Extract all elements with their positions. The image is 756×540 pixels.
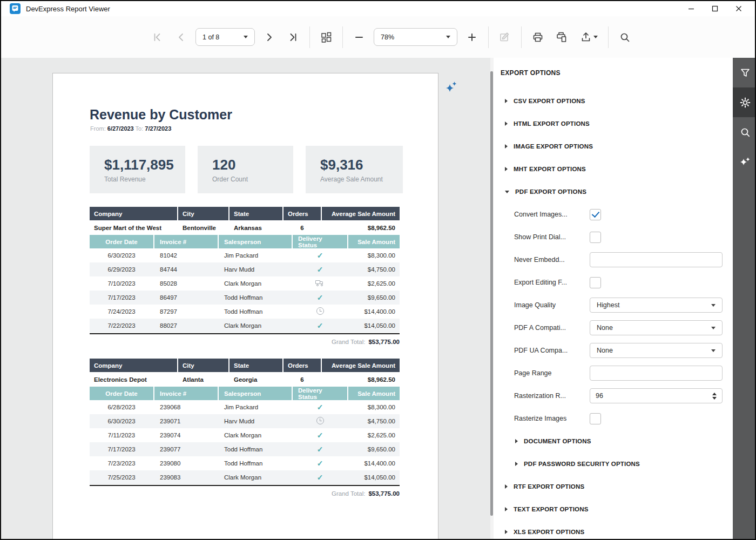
panel-section-header[interactable]: IMAGE EXPORT OPTIONS bbox=[494, 135, 733, 158]
report-date-range: From: 6/27/2023 To: 7/27/2023 bbox=[90, 125, 171, 132]
panel-subsection-label: DOCUMENT OPTIONS bbox=[524, 438, 591, 444]
sale-amount-cell: $8,300.00 bbox=[348, 252, 400, 259]
search-button[interactable] bbox=[616, 28, 634, 46]
bottom-sections: RTF EXPORT OPTIONS TEXT EXPORT OPTIONS X… bbox=[494, 475, 733, 540]
sale-amount-cell: $8,300.00 bbox=[348, 404, 400, 410]
page-number-selector[interactable]: 1 of 8 bbox=[195, 28, 255, 46]
panel-section-label: TEXT EXPORT OPTIONS bbox=[514, 506, 589, 512]
panel-section-label: RTF EXPORT OPTIONS bbox=[514, 483, 584, 490]
column-header: Company bbox=[90, 207, 177, 220]
page-number-value: 1 of 8 bbox=[202, 33, 219, 41]
print-button[interactable] bbox=[529, 28, 547, 46]
field-checkbox[interactable] bbox=[590, 277, 601, 288]
sale-amount-cell: $9,650.00 bbox=[348, 294, 400, 301]
pdf-fields: Convert Images... Show Print Dial... bbox=[494, 203, 733, 430]
spinner-down-icon[interactable] bbox=[712, 397, 717, 400]
salesperson-cell: Clark Morgan bbox=[219, 322, 292, 329]
grand-total-label: Grand Total: bbox=[332, 490, 365, 497]
panel-section-header[interactable]: MHT EXPORT OPTIONS bbox=[494, 158, 733, 180]
previous-page-button[interactable] bbox=[172, 28, 190, 46]
field-label: Page Range bbox=[514, 369, 590, 377]
field-label: Rasterize Images bbox=[514, 415, 590, 422]
delivery-status-icon: ✓ bbox=[298, 293, 342, 302]
chevron-right-icon bbox=[505, 144, 508, 148]
kpi-value: $1,117,895 bbox=[104, 157, 185, 173]
edit-document-button[interactable] bbox=[496, 28, 514, 46]
column-header: Average Sale Amount bbox=[322, 207, 400, 220]
field-checkbox[interactable] bbox=[590, 413, 601, 424]
first-page-button[interactable] bbox=[148, 28, 166, 46]
kpi-label: Order Count bbox=[212, 176, 293, 183]
ai-assistant-button[interactable] bbox=[733, 147, 756, 177]
zoom-in-button[interactable] bbox=[463, 28, 481, 46]
field-text-input[interactable] bbox=[590, 366, 723, 381]
dropdown-value: None bbox=[597, 347, 613, 354]
field-checkbox[interactable] bbox=[590, 209, 601, 220]
salesperson-cell: Todd Hoffman bbox=[219, 294, 292, 301]
field-dropdown[interactable]: None bbox=[590, 320, 723, 335]
field-checkbox[interactable] bbox=[590, 232, 601, 243]
panel-section-header[interactable]: RTF EXPORT OPTIONS bbox=[494, 475, 733, 498]
zoom-out-button[interactable] bbox=[350, 28, 368, 46]
maximize-button[interactable] bbox=[703, 1, 727, 16]
delivery-status-icon: ✓ bbox=[298, 473, 342, 482]
panel-section-header[interactable]: TEXT EXPORT OPTIONS bbox=[494, 498, 733, 521]
minimize-button[interactable] bbox=[679, 1, 703, 16]
delivery-status-icon: ✓ bbox=[298, 417, 342, 424]
scrollbar-thumb[interactable] bbox=[490, 71, 493, 516]
city-cell: Bentonville bbox=[178, 225, 228, 231]
to-date: 7/27/2023 bbox=[145, 125, 171, 132]
panel-section-header[interactable]: XLS EXPORT OPTIONS bbox=[494, 521, 733, 540]
table-row: 7/25/2023 239083 Clark Morgan ✓ $14,050.… bbox=[90, 470, 400, 484]
export-button[interactable] bbox=[576, 28, 601, 46]
chevron-right-icon bbox=[505, 484, 508, 489]
column-header: Salesperson bbox=[219, 387, 292, 400]
panel-section-header[interactable]: CSV EXPORT OPTIONS bbox=[494, 90, 733, 112]
order-date-cell: 7/23/2023 bbox=[90, 460, 153, 467]
chevron-right-icon bbox=[505, 167, 508, 171]
kpi-label: Average Sale Amount bbox=[320, 176, 403, 183]
panel-section-header-pdf[interactable]: PDF EXPORT OPTIONS bbox=[494, 180, 733, 203]
table-row: 6/30/2023 239071 Harv Mudd ✓ $4,750.00 bbox=[90, 414, 400, 428]
panel-field-row: Page Range bbox=[494, 362, 733, 384]
check-icon: ✓ bbox=[317, 473, 323, 482]
ai-sparkle-button[interactable] bbox=[443, 78, 461, 97]
detail-rows: 6/30/2023 81042 Jim Packard ✓ $8,300.00 … bbox=[90, 248, 400, 333]
salesperson-cell: Jim Packard bbox=[219, 404, 292, 410]
filter-button[interactable] bbox=[733, 58, 756, 87]
side-icon-strip bbox=[733, 58, 756, 540]
toolbar-separator bbox=[608, 26, 609, 48]
check-icon: ✓ bbox=[317, 251, 323, 260]
spinner-up-icon[interactable] bbox=[712, 393, 717, 395]
multipage-view-button[interactable] bbox=[317, 28, 335, 46]
panel-subsection-header[interactable]: PDF PASSWORD SECURITY OPTIONS bbox=[494, 453, 733, 475]
from-label: From: bbox=[90, 125, 106, 132]
print-page-button[interactable] bbox=[552, 28, 571, 46]
field-dropdown[interactable]: None bbox=[590, 343, 723, 358]
panel-subsection-header[interactable]: DOCUMENT OPTIONS bbox=[494, 430, 733, 453]
order-date-cell: 7/25/2023 bbox=[90, 474, 153, 481]
sale-amount-cell: $14,050.00 bbox=[348, 322, 400, 329]
close-button[interactable] bbox=[727, 1, 751, 16]
field-dropdown[interactable]: Highest bbox=[590, 298, 723, 313]
delivery-status-cell: ✓ bbox=[293, 307, 347, 316]
field-text-input[interactable] bbox=[590, 252, 723, 267]
delivery-status-cell: ✓ bbox=[293, 251, 347, 260]
last-page-button[interactable] bbox=[284, 28, 302, 46]
invoice-cell: 85028 bbox=[154, 280, 218, 287]
column-header: City bbox=[178, 207, 228, 220]
next-page-button[interactable] bbox=[260, 28, 279, 46]
delivery-status-cell: ✓ bbox=[293, 473, 347, 482]
panel-subsection-label: PDF PASSWORD SECURITY OPTIONS bbox=[524, 461, 640, 467]
settings-button[interactable] bbox=[733, 87, 756, 117]
chevron-right-icon bbox=[515, 439, 518, 443]
delivery-status-cell: ✓ bbox=[293, 280, 347, 288]
sale-amount-cell: $14,400.00 bbox=[348, 460, 400, 467]
zoom-level-selector[interactable]: 78% bbox=[374, 28, 457, 46]
grand-total-value: $53,775.00 bbox=[368, 339, 400, 345]
check-icon: ✓ bbox=[317, 321, 323, 330]
field-spinner[interactable]: 96 bbox=[590, 388, 723, 403]
panel-section-header[interactable]: HTML EXPORT OPTIONS bbox=[494, 112, 733, 135]
search-side-button[interactable] bbox=[733, 117, 756, 147]
toolbar-separator bbox=[309, 26, 310, 48]
